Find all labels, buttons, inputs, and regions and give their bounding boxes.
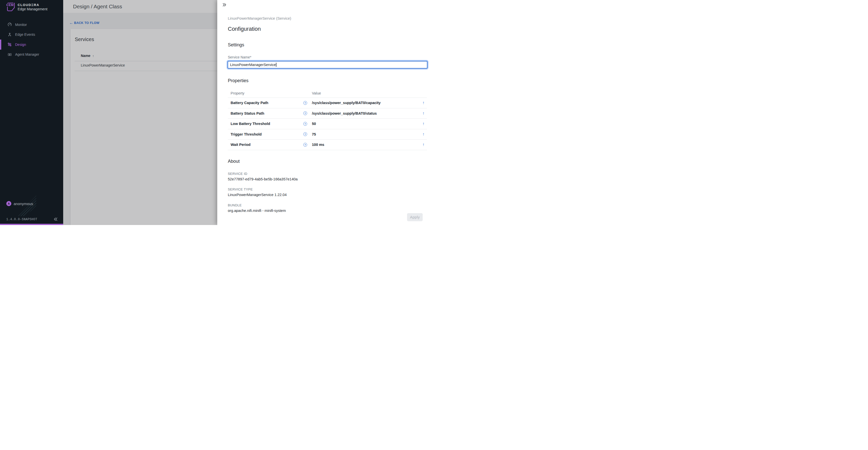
- property-value: /sys/class/power_supply/BAT0/capacity: [309, 101, 420, 105]
- property-row: Battery Status Path ? /sys/class/power_s…: [228, 108, 427, 119]
- drawer-title: Configuration: [228, 26, 261, 32]
- agent-manager-icon: [7, 52, 12, 57]
- chevrons-left-icon: [53, 217, 58, 222]
- service-name-label: Service Name*: [228, 55, 251, 59]
- arrow-up-icon[interactable]: ↑: [420, 142, 427, 147]
- column-header-property: Property: [228, 91, 303, 95]
- sidebar-item-label: Agent Manager: [15, 52, 39, 56]
- property-row: Trigger Threshold ? 75 ↑: [228, 129, 427, 140]
- arrow-up-icon[interactable]: ↑: [420, 101, 427, 105]
- about-heading: About: [228, 159, 240, 164]
- sidebar-item-label: Design: [15, 43, 26, 47]
- sidebar-item-label: Edge Events: [15, 32, 35, 36]
- app-window: CEM CLOUDΞRA Edge Management Monitor: [0, 0, 434, 225]
- design-flow-icon: [7, 42, 12, 47]
- property-value: 100 ms: [309, 143, 420, 147]
- username: anonymous: [13, 202, 33, 206]
- brand-name: CLOUDΞRA: [18, 3, 39, 7]
- about-entry-service-id: SERVICE ID 52e77897-ed79-4ab5-be5b-166a3…: [228, 172, 298, 181]
- sidebar-collapse-button[interactable]: [53, 217, 58, 222]
- service-name-value: LinuxPowerManagerService: [230, 63, 276, 67]
- drawer-context-label: LinuxPowerManagerService (Service): [228, 16, 291, 21]
- about-entry-bundle: BUNDLE org.apache.nifi.minifi - minifi-s…: [228, 203, 286, 213]
- sidebar-item-design[interactable]: Design: [0, 39, 63, 50]
- gauge-icon: [7, 22, 12, 27]
- help-icon[interactable]: ?: [303, 101, 307, 105]
- main-content: Design / Agent Class ← BACK TO FLOW Serv…: [63, 0, 217, 225]
- properties-table-header: Property Value: [228, 89, 427, 98]
- sidebar-item-edge-events[interactable]: Edge Events: [0, 30, 63, 40]
- help-icon[interactable]: ?: [303, 122, 307, 126]
- avatar: A: [6, 201, 11, 206]
- sidebar-menu: Monitor Edge Events: [0, 20, 63, 59]
- help-icon[interactable]: ?: [303, 111, 307, 115]
- about-label: SERVICE TYPE: [228, 188, 287, 191]
- property-row: Low Battery Threshold ? 50 ↑: [228, 119, 427, 129]
- sidebar: CEM CLOUDΞRA Edge Management Monitor: [0, 0, 63, 225]
- settings-heading: Settings: [228, 42, 244, 48]
- product-name: Edge Management: [18, 7, 47, 11]
- column-header-value: Value: [309, 91, 420, 95]
- help-icon[interactable]: ?: [303, 143, 307, 147]
- service-name-input[interactable]: LinuxPowerManagerService: [227, 61, 428, 68]
- about-label: SERVICE ID: [228, 172, 298, 176]
- property-row: Wait Period ? 100 ms ↑: [228, 140, 427, 150]
- chevrons-right-icon: [222, 3, 226, 7]
- help-icon[interactable]: ?: [303, 132, 307, 136]
- property-name: Wait Period: [228, 143, 303, 147]
- property-value: /sys/class/power_supply/BAT0/status: [309, 111, 420, 115]
- about-value: LinuxPowerManagerService 1.22.04: [228, 193, 287, 197]
- overlay-scrim[interactable]: [63, 0, 217, 225]
- properties-heading: Properties: [228, 78, 248, 83]
- arrow-up-icon[interactable]: ↑: [420, 121, 427, 126]
- text-cursor: [276, 63, 276, 67]
- arrow-up-icon[interactable]: ↑: [420, 132, 427, 137]
- cem-badge-text: CEM: [6, 3, 14, 7]
- property-name: Battery Status Path: [228, 111, 303, 115]
- property-value: 50: [309, 122, 420, 126]
- property-name: Battery Capacity Path: [228, 101, 303, 105]
- drawer-collapse-button[interactable]: [222, 3, 226, 7]
- edge-events-icon: [7, 32, 12, 37]
- sidebar-item-monitor[interactable]: Monitor: [0, 20, 63, 30]
- properties-table: Property Value Battery Capacity Path ? /…: [228, 89, 427, 150]
- sidebar-item-label: Monitor: [15, 23, 27, 27]
- property-name: Low Battery Threshold: [228, 122, 303, 126]
- about-value: org.apache.nifi.minifi - minifi-system: [228, 208, 286, 213]
- cem-logo[interactable]: CEM: [7, 2, 15, 11]
- property-row: Battery Capacity Path ? /sys/class/power…: [228, 98, 427, 108]
- sidebar-accent-strip: [0, 224, 63, 225]
- configuration-drawer: LinuxPowerManagerService (Service) Confi…: [217, 0, 434, 225]
- about-value: 52e77897-ed79-4ab5-be5b-166a357e140a: [228, 177, 298, 181]
- sidebar-item-agent-manager[interactable]: Agent Manager: [0, 50, 63, 60]
- property-name: Trigger Threshold: [228, 132, 303, 136]
- user-menu[interactable]: A anonymous: [6, 201, 33, 206]
- property-value: 75: [309, 132, 420, 136]
- arrow-up-icon[interactable]: ↑: [420, 111, 427, 116]
- about-entry-service-type: SERVICE TYPE LinuxPowerManagerService 1.…: [228, 188, 287, 197]
- apply-button[interactable]: Apply: [407, 213, 423, 221]
- version-label: 1.4.0.0-SNAPSHOT: [6, 218, 37, 221]
- about-label: BUNDLE: [228, 203, 286, 207]
